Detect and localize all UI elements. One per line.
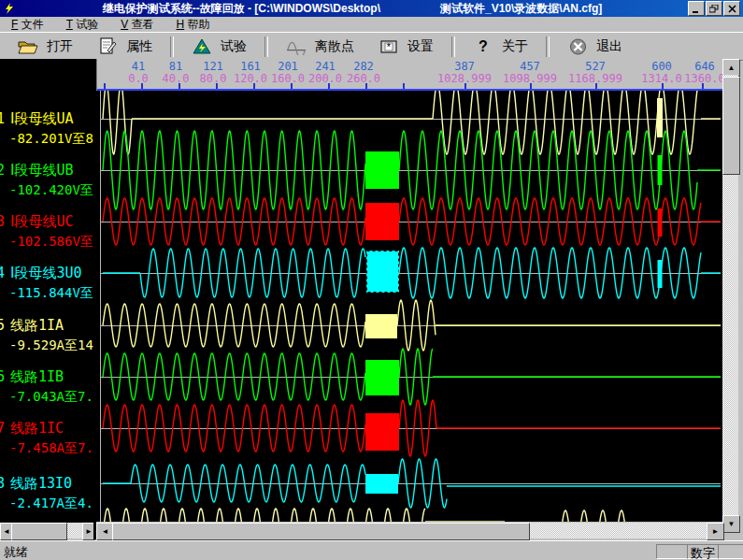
svg-text:*: * — [387, 40, 392, 51]
svg-text:?: ? — [479, 38, 488, 54]
toolbar-button-label: 关于 — [502, 38, 528, 55]
settings-icon: * — [379, 37, 399, 56]
menu-item-H[interactable]: H 帮助 — [165, 17, 221, 33]
toolbar-separator — [451, 36, 455, 57]
channel-range: -9.529A至14 — [9, 337, 93, 354]
menu-item-T[interactable]: T 试验 — [55, 17, 109, 33]
ruler-tick — [662, 83, 664, 89]
toolbar-button-open-folder[interactable]: 打开 — [8, 36, 82, 58]
toolbar: 打开属性试验离散点*设置?关于退出 — [0, 32, 743, 61]
panel-splitter — [93, 523, 96, 539]
ruler-tick — [141, 83, 143, 89]
toolbar-button-test-bolt[interactable]: 试验 — [182, 36, 256, 58]
minimize-icon — [692, 5, 701, 13]
toolbar-separator — [546, 36, 550, 57]
channel-range: -102.420V至 — [9, 182, 93, 199]
label-scroll-thumb[interactable] — [11, 523, 67, 540]
close-button[interactable] — [723, 1, 740, 16]
toolbar-button-sine-wave[interactable]: 离散点 — [277, 36, 364, 58]
minimize-button[interactable] — [688, 1, 705, 16]
window-title-left: 继电保护测试系统--故障回放 - [C:\WINDOWS\Desktop\ — [103, 0, 380, 17]
exit-icon — [567, 37, 588, 56]
ruler-sample-label: 600 — [651, 60, 672, 73]
app-icon — [2, 2, 17, 15]
toolbar-button-label: 属性 — [126, 38, 152, 55]
restore-icon — [709, 5, 719, 13]
window-title-right: 测试软件_V10\录波数据\AN.cfg] — [440, 0, 602, 17]
channel-range: -7.458A至7. — [9, 440, 93, 457]
ruler-time-label: 40.0 — [163, 72, 190, 85]
channel-label-panel: 1Ⅰ段母线UA-82.201V至82Ⅰ段母线UB-102.420V至3Ⅰ段母线U… — [0, 59, 96, 523]
channel-name[interactable]: 线路1IA — [10, 317, 64, 335]
channel-name[interactable]: Ⅰ段母线UC — [10, 213, 74, 231]
toolbar-separator — [264, 36, 268, 57]
close-icon — [728, 5, 736, 13]
properties-icon — [97, 37, 118, 56]
ruler-sample-label: 646 — [694, 60, 715, 73]
vertical-scrollbar: ▲ ▼ — [722, 59, 739, 531]
ruler-sample-label: 387 — [454, 60, 475, 73]
ruler-time-label: 260.0 — [347, 72, 380, 85]
timeline-ruler: 410.08140.012180.0161120.0201160.0241200… — [96, 59, 723, 91]
channel-range: -82.201V至8 — [9, 131, 93, 148]
question-icon: ? — [473, 37, 493, 56]
ruler-sample-label: 282 — [353, 60, 374, 73]
toolbar-button-label: 打开 — [47, 38, 73, 55]
channel-name[interactable]: Ⅰ段母线3U0 — [10, 265, 82, 282]
wave-scroll-thumb[interactable] — [112, 523, 530, 540]
status-ready-text: 就绪 — [4, 544, 28, 560]
ruler-sample-label: 457 — [520, 60, 540, 73]
toolbar-button-label: 离散点 — [315, 38, 354, 55]
ruler-tick — [464, 83, 466, 89]
menu-item-V[interactable]: V 查看 — [109, 17, 164, 33]
ruler-tick — [403, 83, 405, 89]
waveform-area[interactable] — [96, 91, 722, 522]
ruler-sample-label: 241 — [315, 60, 336, 73]
channel-number: 4 — [0, 265, 5, 281]
ruler-tick — [253, 83, 255, 89]
ruler-sample-label: 41 — [132, 60, 145, 73]
toolbar-button-exit[interactable]: 退出 — [558, 36, 632, 58]
toolbar-button-label: 试验 — [221, 38, 247, 55]
label-hscrollbar: ◄ ► — [0, 523, 93, 539]
wave-scroll-right-button[interactable]: ► — [707, 523, 724, 540]
channel-number: 8 — [0, 475, 5, 492]
channel-number: 7 — [0, 420, 5, 437]
ruler-sample-label: 201 — [278, 60, 298, 73]
ruler-time-label: 120.0 — [234, 72, 267, 85]
toolbar-button-properties[interactable]: 属性 — [88, 36, 162, 58]
ruler-sample-label: 527 — [585, 60, 606, 73]
toolbar-separator — [170, 36, 174, 57]
open-folder-icon — [18, 37, 38, 56]
waveform-canvas[interactable] — [96, 91, 722, 522]
ruler-tick — [328, 83, 330, 89]
toolbar-button-settings[interactable]: *设置 — [369, 36, 443, 58]
ruler-sample-label: 81 — [169, 60, 182, 73]
channel-name[interactable]: Ⅰ段母线UB — [10, 162, 74, 179]
channel-range: -115.844V至 — [9, 285, 93, 302]
test-bolt-icon — [192, 37, 212, 56]
channel-number: 6 — [0, 368, 5, 385]
channel-name[interactable]: 线路1IB — [10, 368, 64, 386]
menu-item-F[interactable]: F 文件 — [0, 17, 55, 33]
ruler-tick — [365, 83, 367, 89]
toolbar-button-label: 设置 — [407, 38, 434, 55]
channel-name[interactable]: 线路13I0 — [10, 475, 72, 493]
channel-name[interactable]: Ⅰ段母线UA — [10, 110, 74, 128]
ruler-sample-label: 161 — [240, 60, 261, 73]
sine-wave-icon — [286, 37, 307, 56]
ruler-tick — [595, 83, 597, 89]
ruler-sample-label: 121 — [203, 60, 223, 73]
ruler-time-label: 160.0 — [271, 72, 305, 85]
toolbar-button-question[interactable]: ?关于 — [464, 36, 537, 58]
channel-range: -102.586V至 — [9, 234, 93, 251]
ruler-time-label: 0.0 — [128, 72, 149, 85]
title-bar[interactable]: 继电保护测试系统--故障回放 - [C:\WINDOWS\Desktop\ 测试… — [0, 0, 743, 17]
channel-name[interactable]: 线路1IC — [10, 420, 64, 438]
scroll-down-button[interactable]: ▼ — [722, 515, 740, 533]
restore-button[interactable] — [706, 1, 722, 16]
ruler-time-label: 200.0 — [308, 72, 342, 85]
vertical-scroll-thumb[interactable] — [722, 77, 740, 175]
channel-range: -2.417A至4. — [9, 495, 93, 512]
ruler-tick — [104, 83, 106, 89]
